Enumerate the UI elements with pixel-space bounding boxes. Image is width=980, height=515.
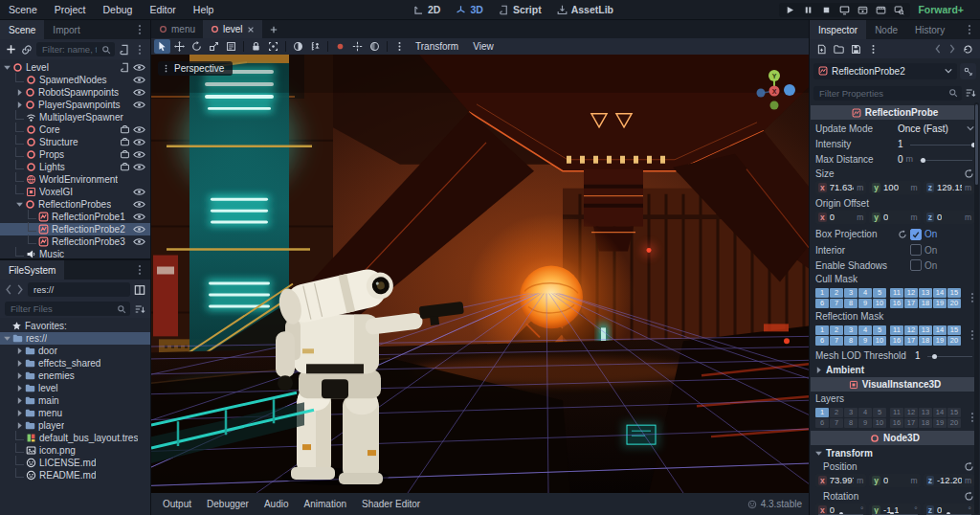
layer-2-toggle[interactable]: 2: [830, 288, 843, 298]
layer-8-toggle[interactable]: 8: [844, 336, 858, 346]
bottom-tab-output[interactable]: Output: [155, 499, 199, 509]
layer-17-toggle[interactable]: 17: [904, 336, 918, 346]
scene-tab-menu[interactable]: menu: [151, 20, 203, 38]
scene-filter-input[interactable]: [40, 43, 99, 56]
category-ambient[interactable]: Ambient: [810, 363, 980, 376]
bottom-tab-debugger[interactable]: Debugger: [199, 499, 256, 509]
layer-19-toggle[interactable]: 19: [933, 299, 947, 308]
layer-9-toggle[interactable]: 9: [858, 299, 872, 308]
layer-9-toggle[interactable]: 9: [858, 418, 872, 428]
layer-20-toggle[interactable]: 20: [947, 299, 961, 308]
clap-icon[interactable]: [876, 5, 886, 15]
layer-3-toggle[interactable]: 3: [844, 325, 858, 335]
viewport-3d[interactable]: Perspective Y X: [151, 55, 809, 493]
rotation-x-field[interactable]: x0°: [815, 504, 866, 515]
instance-icon[interactable]: [120, 137, 130, 147]
menu-editor[interactable]: Editor: [141, 0, 184, 19]
scene-tree-item-reflectionprobe2[interactable]: ReflectionProbe2: [0, 223, 150, 235]
renderer-select[interactable]: Forward+: [918, 4, 975, 15]
object-options-button[interactable]: [960, 63, 976, 79]
size-z-field[interactable]: z129.154m: [924, 181, 974, 194]
layer-10-toggle[interactable]: 10: [873, 418, 886, 428]
filesystem-item-res-[interactable]: res://: [0, 332, 150, 345]
layer-7-toggle[interactable]: 7: [830, 299, 843, 308]
layer-3-toggle[interactable]: 3: [844, 408, 858, 417]
visibility-toggle-icon[interactable]: [133, 225, 145, 234]
layer-15-toggle[interactable]: 15: [947, 288, 961, 298]
perspective-menu[interactable]: Perspective: [158, 61, 233, 76]
layer-16-toggle[interactable]: 16: [890, 299, 903, 308]
instance-icon[interactable]: [120, 149, 130, 160]
visibility-toggle-icon[interactable]: [133, 200, 145, 209]
layer-1-toggle[interactable]: 1: [815, 288, 829, 298]
layer-10-toggle[interactable]: 10: [873, 336, 886, 346]
layer-8-toggle[interactable]: 8: [844, 418, 858, 428]
layer-6-toggle[interactable]: 6: [815, 418, 829, 428]
layer-17-toggle[interactable]: 17: [904, 418, 918, 428]
filesystem-item-readme-md[interactable]: README.md: [0, 469, 150, 481]
menu-scene[interactable]: Scene: [0, 0, 46, 19]
position-x-field[interactable]: x73.997m: [815, 474, 866, 487]
layer-12-toggle[interactable]: 12: [904, 325, 918, 335]
layer-17-toggle[interactable]: 17: [904, 299, 918, 308]
tab-node[interactable]: Node: [866, 20, 906, 39]
ruler-tool-button[interactable]: [307, 39, 323, 54]
mesh-lod-slider[interactable]: [927, 350, 974, 360]
tab-inspector[interactable]: Inspector: [810, 20, 866, 39]
layer-13-toggle[interactable]: 13: [919, 325, 932, 335]
visibility-toggle-icon[interactable]: [133, 138, 145, 146]
scene-dock-menu-button[interactable]: [129, 20, 150, 39]
new-scene-tab-button[interactable]: [262, 20, 285, 38]
history-icon[interactable]: [963, 44, 973, 55]
size-y-field[interactable]: y100m: [869, 181, 920, 194]
dots-v-tool-button[interactable]: [391, 39, 408, 54]
scale-tool-button[interactable]: [206, 39, 222, 54]
inspector-scrollbar[interactable]: [974, 102, 979, 514]
stop-icon[interactable]: [821, 5, 832, 15]
pause-icon[interactable]: [803, 5, 813, 15]
layer-20-toggle[interactable]: 20: [947, 418, 961, 428]
history-back-icon[interactable]: [5, 284, 12, 295]
scene-tree-item-spawnednodes[interactable]: SpawnedNodes: [0, 74, 150, 86]
film-zoom-icon[interactable]: [894, 5, 904, 15]
layer-19-toggle[interactable]: 19: [933, 418, 947, 428]
scene-tree-menu-button[interactable]: [134, 44, 145, 56]
select-tool-button[interactable]: [154, 39, 170, 54]
layer-14-toggle[interactable]: 14: [933, 325, 947, 335]
mesh-lod-value[interactable]: 1: [915, 350, 974, 361]
bottom-tab-shader-editor[interactable]: Shader Editor: [354, 499, 428, 509]
filesystem-item-main[interactable]: main: [0, 394, 150, 407]
file-filter-input[interactable]: [9, 302, 114, 315]
menu-help[interactable]: Help: [185, 0, 223, 19]
enable-shadows-checkbox[interactable]: [910, 259, 922, 271]
section-reflectionprobe[interactable]: ReflectionProbe: [811, 105, 979, 120]
listsel-tool-button[interactable]: [223, 39, 239, 54]
history-forward-icon[interactable]: [948, 44, 956, 54]
layer-3-toggle[interactable]: 3: [844, 288, 858, 298]
workspace-assetlib[interactable]: AssetLib: [549, 0, 621, 19]
workspace-2d[interactable]: 2D: [406, 0, 448, 19]
path-input[interactable]: [32, 283, 126, 296]
layer-12-toggle[interactable]: 12: [904, 288, 918, 298]
filesystem-item-menu[interactable]: menu: [0, 407, 150, 419]
attach-script-button[interactable]: [119, 44, 130, 56]
layer-7-toggle[interactable]: 7: [830, 418, 843, 428]
layer-11-toggle[interactable]: 11: [890, 288, 903, 298]
workspace-script[interactable]: Script: [491, 0, 549, 19]
move-tool-button[interactable]: [171, 39, 188, 54]
property-filter-input[interactable]: [817, 87, 946, 100]
layer-2-toggle[interactable]: 2: [830, 408, 843, 417]
camera-preview-button[interactable]: [332, 39, 348, 54]
rotation-y-field[interactable]: y-1.1°: [869, 504, 920, 515]
filesystem-item-favorites-[interactable]: Favorites:: [0, 320, 150, 332]
layer-5-toggle[interactable]: 5: [873, 408, 886, 417]
section-node3d[interactable]: Node3D: [811, 431, 979, 445]
scene-tree-item-robotspawnpoints[interactable]: RobotSpawnpoints: [0, 86, 150, 99]
layer-11-toggle[interactable]: 11: [890, 408, 903, 417]
layer-4-toggle[interactable]: 4: [858, 325, 872, 335]
axis-gizmo[interactable]: Y X: [749, 66, 799, 116]
history-back-icon[interactable]: [934, 44, 942, 54]
layer-4-toggle[interactable]: 4: [858, 408, 872, 417]
layer-6-toggle[interactable]: 6: [815, 336, 829, 346]
layer-12-toggle[interactable]: 12: [904, 408, 918, 417]
